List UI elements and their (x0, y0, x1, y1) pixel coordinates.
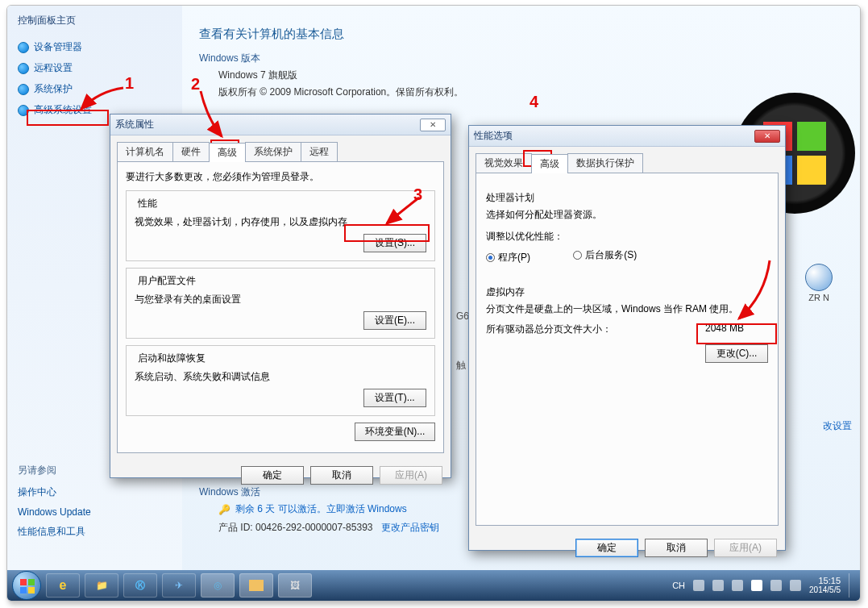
taskbar-app1[interactable]: ◎ (201, 573, 235, 598)
processor-partial: G6 (456, 310, 469, 322)
taskbar-app2[interactable] (239, 573, 273, 598)
taskbar-ie-icon[interactable]: e (46, 573, 80, 598)
env-vars-button[interactable]: 环境变量(N)... (355, 423, 435, 441)
tray-icon[interactable] (712, 580, 724, 591)
dialog1-cancel-button[interactable]: 取消 (310, 466, 373, 485)
taskbar-thunder-icon[interactable]: ✈ (162, 573, 196, 598)
taskbar: e 📁 Ⓚ ✈ ◎ 🖼 CH 15:15 2014/5/5 (7, 570, 860, 601)
tray-flag-icon[interactable] (751, 580, 762, 591)
annotation-box-1 (27, 110, 109, 126)
annotation-1: 1 (125, 74, 134, 93)
annotation-3: 3 (413, 185, 422, 204)
user-profile-group: 用户配置文件 与您登录有关的桌面设置 设置(E)... (126, 268, 435, 339)
change-settings-link[interactable]: 改设置 (823, 419, 852, 433)
shield-icon (18, 42, 29, 53)
taskbar-app3[interactable]: 🖼 (278, 573, 312, 598)
show-desktop-button[interactable] (849, 573, 855, 598)
system-tray: CH 15:15 2014/5/5 (672, 573, 855, 598)
sidebar-system-protection[interactable]: 系统保护 (18, 82, 172, 96)
vm-change-button[interactable]: 更改(C)... (705, 344, 768, 363)
change-key-link[interactable]: 更改产品密钥 (381, 522, 439, 533)
tab-advanced[interactable]: 高级 (209, 143, 246, 162)
annotation-2: 2 (191, 75, 200, 94)
dialog2-titlebar[interactable]: 性能选项 ✕ (469, 126, 785, 147)
sidebar-remote-settings[interactable]: 远程设置 (18, 61, 172, 75)
start-button[interactable] (12, 571, 41, 600)
windows-edition: Windows 7 旗舰版 (218, 69, 842, 82)
sidebar-title: 控制面板主页 (18, 14, 172, 27)
dialog1-title: 系统属性 (115, 118, 154, 131)
oem-brand: ZR N (783, 264, 855, 302)
system-properties-dialog: 系统属性 ✕ 计算机名 硬件 高级 系统保护 远程 要进行大多数更改，您必须作为… (110, 114, 451, 478)
tray-lang[interactable]: CH (672, 581, 685, 590)
sidebar-perf-info[interactable]: 性能信息和工具 (18, 525, 172, 539)
dialog1-ok-button[interactable]: 确定 (241, 466, 304, 485)
profile-settings-button[interactable]: 设置(E)... (363, 311, 426, 330)
dialog1-titlebar[interactable]: 系统属性 ✕ (110, 115, 451, 135)
activate-link[interactable]: 剩余 6 天 可以激活。立即激活 Windows (235, 502, 407, 516)
radio-programs[interactable]: 程序(P) (486, 251, 530, 264)
dialog2-ok-button[interactable]: 确定 (575, 539, 638, 557)
tab-remote[interactable]: 远程 (301, 142, 338, 161)
shield-icon (18, 84, 29, 95)
dialog1-tabs: 计算机名 硬件 高级 系统保护 远程 (117, 142, 444, 161)
product-id-key: 产品 ID: (218, 522, 253, 533)
taskbar-explorer-icon[interactable]: 📁 (85, 573, 118, 598)
dialog2-close-button[interactable]: ✕ (754, 130, 780, 143)
startup-settings-button[interactable]: 设置(T)... (363, 389, 426, 407)
key-icon: 🔑 (218, 504, 230, 515)
page-title: 查看有关计算机的基本信息 (199, 27, 842, 42)
startup-recovery-group: 启动和故障恢复 系统启动、系统失败和调试信息 设置(T)... (126, 345, 435, 416)
sidebar-windows-update[interactable]: Windows Update (18, 506, 172, 518)
dialog2-cancel-button[interactable]: 取消 (645, 539, 708, 557)
tab-dep[interactable]: 数据执行保护 (567, 153, 643, 173)
shield-icon (18, 63, 29, 74)
dialog1-close-button[interactable]: ✕ (420, 119, 446, 131)
storage-partial: 触 (456, 359, 466, 373)
annotation-box-change (696, 323, 777, 344)
annotation-box-3 (344, 224, 430, 242)
taskbar-clock[interactable]: 15:15 2014/5/5 (809, 576, 841, 595)
product-id-value: 00426-292-0000007-85393 (255, 522, 372, 533)
radio-dot-icon (573, 251, 582, 260)
tray-network-icon[interactable] (770, 580, 782, 591)
tab-computer-name[interactable]: 计算机名 (117, 142, 173, 161)
edition-heading: Windows 版本 (199, 52, 842, 65)
dialog1-apply-button[interactable]: 应用(A) (380, 466, 442, 485)
dialog2-tabs: 视觉效果 高级 数据执行保护 (476, 153, 779, 173)
admin-note: 要进行大多数更改，您必须作为管理员登录。 (126, 170, 435, 184)
processor-scheduling-group: 处理器计划 选择如何分配处理器资源。 调整以优化性能： 程序(P) 后台服务(S… (484, 188, 770, 268)
radio-dot-icon (486, 253, 495, 262)
tab-hardware[interactable]: 硬件 (172, 142, 210, 161)
tray-icon[interactable] (732, 580, 743, 591)
tab-system-protection[interactable]: 系统保护 (245, 142, 301, 161)
dialog2-apply-button[interactable]: 应用(A) (714, 539, 777, 557)
tray-volume-icon[interactable] (790, 580, 801, 591)
dialog2-title: 性能选项 (474, 129, 513, 143)
annotation-4: 4 (530, 93, 538, 111)
sidebar-device-manager[interactable]: 设备管理器 (18, 40, 172, 54)
tab-advanced2[interactable]: 高级 (531, 154, 568, 173)
taskbar-kugou-icon[interactable]: Ⓚ (123, 573, 157, 598)
tray-icon[interactable] (693, 580, 704, 591)
radio-background[interactable]: 后台服务(S) (573, 248, 637, 262)
